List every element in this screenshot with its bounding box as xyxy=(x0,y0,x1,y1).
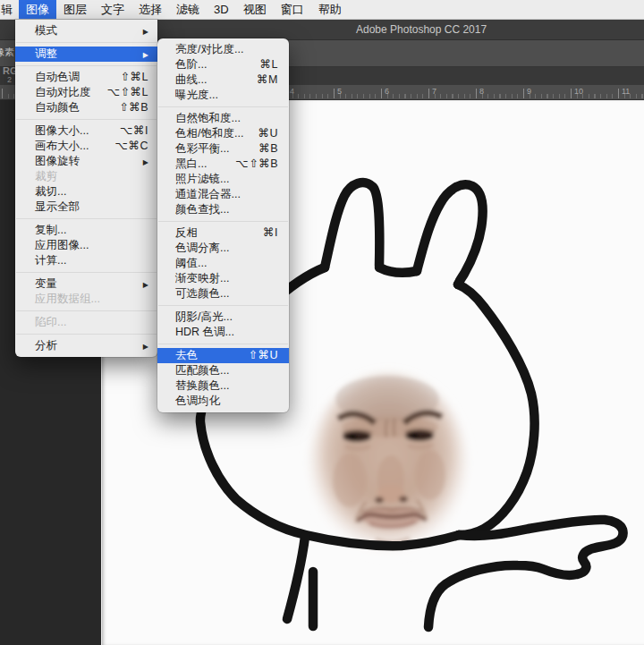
menu-item-label: 色调分离... xyxy=(175,241,229,256)
menu-item-shortcut: ⇧⌘L xyxy=(121,70,148,85)
menu-item-exposure[interactable]: 曝光度... xyxy=(157,88,289,103)
menu-item-gradient-map[interactable]: 渐变映射... xyxy=(157,271,289,286)
menu-item-label: 陷印... xyxy=(35,315,66,330)
menu-item-auto-tone[interactable]: 自动色调⇧⌘L xyxy=(15,70,157,85)
menu-item-color-balance[interactable]: 色彩平衡...⌘B xyxy=(157,141,289,157)
menu-item-black-white[interactable]: 黑白...⌥⇧⌘B xyxy=(157,157,289,172)
menu-item-invert[interactable]: 反相⌘I xyxy=(157,225,289,241)
menu-item-label: 反相 xyxy=(175,225,198,241)
menu-item-shortcut: ⌥⇧⌘L xyxy=(107,85,148,100)
menu-item-label: 图像大小... xyxy=(35,123,89,139)
menu-item-canvas-size[interactable]: 画布大小...⌥⌘C xyxy=(15,139,157,154)
menu-item-label: 模式 xyxy=(35,23,57,38)
menu-item-label: 替换颜色... xyxy=(175,378,229,394)
ruler-number: 8 xyxy=(479,87,484,96)
submenu-arrow-icon: ▶ xyxy=(143,24,148,39)
menu-item-vibrance[interactable]: 自然饱和度... xyxy=(157,111,289,126)
menu-item-equalize[interactable]: 色调均化 xyxy=(157,394,289,409)
menu-item-label: 通道混合器... xyxy=(175,187,241,202)
menu-item-variables[interactable]: 变量▶ xyxy=(15,276,157,292)
menu-item-mode[interactable]: 模式▶ xyxy=(15,23,157,38)
menu-item-image-rotation[interactable]: 图像旋转▶ xyxy=(15,154,157,169)
ruler-number: 10 xyxy=(574,87,583,96)
menu-item-shortcut: ⌘I xyxy=(263,225,278,241)
menubar-item-window[interactable]: 窗口 xyxy=(274,0,311,19)
menu-item-color-lookup[interactable]: 颜色查找... xyxy=(157,202,289,217)
menu-item-desaturate[interactable]: 去色⇧⌘U xyxy=(157,348,289,363)
menu-item-label: 自动色调 xyxy=(35,70,80,85)
menu-item-label: 裁剪 xyxy=(35,169,57,184)
ruler-number: 5 xyxy=(337,87,342,96)
window-title: Adobe Photoshop CC 2017 xyxy=(356,23,487,36)
adjustments-submenu: 亮度/对比度...色阶...⌘L曲线...⌘M曝光度...自然饱和度...色相/… xyxy=(157,38,289,412)
menu-item-shortcut: ⌥⌘I xyxy=(120,123,148,139)
menu-item-label: 显示全部 xyxy=(35,199,80,215)
menu-item-shortcut: ⌘L xyxy=(260,57,278,72)
menu-item-threshold[interactable]: 阈值... xyxy=(157,256,289,271)
menu-item-duplicate[interactable]: 复制... xyxy=(15,223,157,238)
menu-separator xyxy=(16,334,157,335)
menu-item-label: 变量 xyxy=(35,276,57,292)
menu-item-label: 阴影/高光... xyxy=(175,310,233,325)
menu-item-label: 自动颜色 xyxy=(35,100,80,115)
menu-item-label: 阈值... xyxy=(175,256,207,271)
menu-item-reveal-all[interactable]: 显示全部 xyxy=(15,199,157,215)
menu-item-shortcut: ⌘B xyxy=(258,141,278,157)
menubar-item-type[interactable]: 文字 xyxy=(94,0,131,19)
menu-item-replace-color[interactable]: 替换颜色... xyxy=(157,378,289,394)
menu-item-hdr-toning[interactable]: HDR 色调... xyxy=(157,325,289,340)
menu-item-auto-color[interactable]: 自动颜色⇧⌘B xyxy=(15,100,157,115)
menu-item-label: 色调均化 xyxy=(175,394,220,409)
menu-item-shortcut: ⌘U xyxy=(258,126,278,141)
menu-separator xyxy=(158,305,288,306)
menu-item-crop: 裁剪 xyxy=(15,169,157,184)
menu-item-adjustments[interactable]: 调整▶ xyxy=(15,47,157,62)
menubar-item-edit-partial[interactable]: 辑 xyxy=(0,0,19,19)
menu-item-channel-mixer[interactable]: 通道混合器... xyxy=(157,187,289,202)
menu-item-image-size[interactable]: 图像大小...⌥⌘I xyxy=(15,123,157,139)
menubar: 辑图像图层文字选择滤镜3D视图窗口帮助 xyxy=(0,0,644,20)
menu-item-label: 调整 xyxy=(35,47,57,62)
image-menu-dropdown: 模式▶调整▶自动色调⇧⌘L自动对比度⌥⇧⌘L自动颜色⇧⌘B图像大小...⌥⌘I画… xyxy=(15,20,157,357)
menu-item-label: 应用数据组... xyxy=(35,292,100,307)
menu-item-label: 分析 xyxy=(35,338,57,353)
menubar-item-select[interactable]: 选择 xyxy=(131,0,169,19)
menu-item-auto-contrast[interactable]: 自动对比度⌥⇧⌘L xyxy=(15,85,157,100)
menu-item-curves[interactable]: 曲线...⌘M xyxy=(157,72,289,88)
menu-item-calculations[interactable]: 计算... xyxy=(15,253,157,268)
menu-item-shortcut: ⌥⌘C xyxy=(115,139,148,154)
menu-item-apply-data-set: 应用数据组... xyxy=(15,292,157,307)
menu-separator xyxy=(16,272,157,273)
menubar-item-view[interactable]: 视图 xyxy=(236,0,274,19)
menubar-item-3d[interactable]: 3D xyxy=(207,0,236,19)
menubar-item-filter[interactable]: 滤镜 xyxy=(169,0,207,19)
menu-item-selective-color[interactable]: 可选颜色... xyxy=(157,286,289,301)
ruler-number: 4 xyxy=(290,87,294,96)
menu-item-photo-filter[interactable]: 照片滤镜... xyxy=(157,172,289,187)
menu-item-hue-saturation[interactable]: 色相/饱和度...⌘U xyxy=(157,126,289,141)
menu-item-label: 计算... xyxy=(35,253,66,268)
menu-item-analysis[interactable]: 分析▶ xyxy=(15,338,157,353)
ruler-number: 7 xyxy=(432,87,436,96)
menubar-item-image[interactable]: 图像 xyxy=(19,0,56,19)
menu-separator xyxy=(16,65,157,66)
menu-item-posterize[interactable]: 色调分离... xyxy=(157,241,289,256)
menu-item-label: 黑白... xyxy=(175,157,207,172)
menu-item-label: 色阶... xyxy=(175,57,207,72)
menu-separator xyxy=(16,42,157,43)
menu-separator xyxy=(16,119,157,120)
menu-item-label: 照片滤镜... xyxy=(175,172,229,187)
menu-item-shadows-highlights[interactable]: 阴影/高光... xyxy=(157,310,289,325)
photoshop-window: Adobe Photoshop CC 2017 4567891011 像素 RG… xyxy=(0,0,644,645)
menu-item-levels[interactable]: 色阶...⌘L xyxy=(157,57,289,72)
menu-item-label: 颜色查找... xyxy=(175,202,229,217)
menu-item-match-color[interactable]: 匹配颜色... xyxy=(157,363,289,378)
menu-item-apply-image[interactable]: 应用图像... xyxy=(15,238,157,253)
menu-item-shortcut: ⌥⇧⌘B xyxy=(235,157,278,172)
menu-item-brightness-contrast[interactable]: 亮度/对比度... xyxy=(157,42,289,57)
menu-item-trim[interactable]: 裁切... xyxy=(15,184,157,199)
menu-item-label: 色相/饱和度... xyxy=(175,126,243,141)
menubar-item-help[interactable]: 帮助 xyxy=(311,0,349,19)
submenu-arrow-icon: ▶ xyxy=(143,339,148,354)
menubar-item-layer[interactable]: 图层 xyxy=(56,0,94,19)
